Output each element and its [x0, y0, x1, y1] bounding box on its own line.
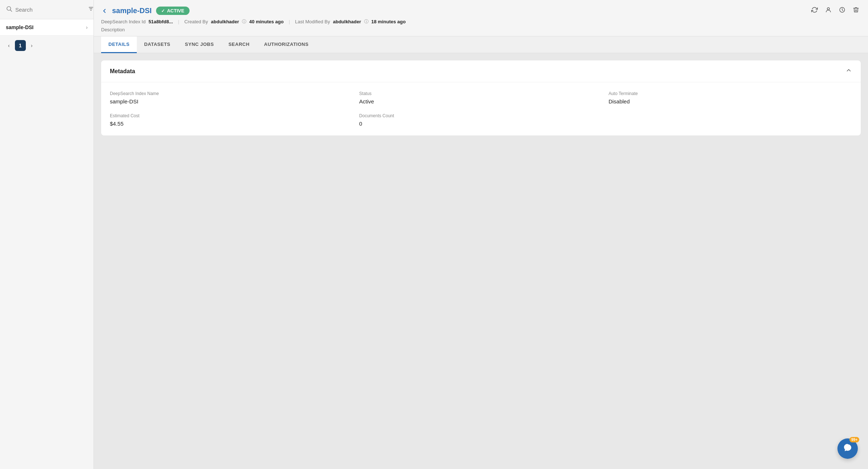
- header-actions: [810, 5, 861, 16]
- estimated-cost-label: Estimated Cost: [110, 113, 353, 118]
- sidebar-search-bar: [0, 0, 93, 19]
- header-left: sample-DSI ✓ ACTIVE: [101, 7, 190, 15]
- sidebar-item-label: sample-DSI: [6, 24, 33, 30]
- status-label: ACTIVE: [167, 8, 184, 13]
- current-page: 1: [15, 40, 26, 51]
- header-top: sample-DSI ✓ ACTIVE: [101, 5, 861, 16]
- index-id-label: DeepSearch Index Id: [101, 19, 146, 24]
- search-input[interactable]: [15, 7, 84, 13]
- user-icon-button[interactable]: [824, 5, 833, 16]
- tab-search[interactable]: SEARCH: [221, 36, 257, 53]
- auto-terminate-label: Auto Terminate: [609, 91, 852, 96]
- field-auto-terminate: Auto Terminate Disabled: [609, 91, 852, 105]
- back-button[interactable]: [101, 8, 108, 14]
- documents-count-label: Documents Count: [359, 113, 602, 118]
- sidebar-item-sample-dsi[interactable]: sample-DSI ›: [0, 19, 93, 36]
- tabs-bar: DETAILS DATASETS SYNC JOBS SEARCH AUTHOR…: [94, 36, 868, 53]
- field-documents-count: Documents Count 0: [359, 113, 602, 127]
- index-id-value: 51a8bfd8...: [148, 19, 173, 24]
- meta-separator-2: |: [289, 19, 290, 24]
- last-modified-time: 18 minutes ago: [371, 19, 406, 24]
- pagination-prev-button[interactable]: ‹: [6, 41, 12, 50]
- created-by-value: abdulkhader: [211, 19, 239, 24]
- estimated-cost-value: $4.55: [110, 121, 353, 127]
- documents-count-value: 0: [359, 121, 602, 127]
- header-meta: DeepSearch Index Id 51a8bfd8... | Create…: [101, 19, 861, 27]
- metadata-grid: DeepSearch Index Name sample-DSI Status …: [110, 91, 852, 127]
- pagination-next-button[interactable]: ›: [29, 41, 35, 50]
- card-body: DeepSearch Index Name sample-DSI Status …: [101, 82, 861, 135]
- chat-icon: [843, 443, 852, 454]
- svg-point-5: [827, 8, 829, 10]
- filter-button[interactable]: [87, 5, 95, 14]
- status-label: Status: [359, 91, 602, 96]
- main-content: sample-DSI ✓ ACTIVE: [94, 0, 868, 469]
- chevron-right-icon: ›: [86, 24, 88, 30]
- status-check-icon: ✓: [161, 8, 165, 13]
- history-button[interactable]: [837, 5, 847, 16]
- modified-info-icon: ⓘ: [364, 19, 369, 25]
- sync-button[interactable]: [810, 5, 819, 16]
- card-header: Metadata: [101, 60, 861, 82]
- field-index-name: DeepSearch Index Name sample-DSI: [110, 91, 353, 105]
- index-name-label: DeepSearch Index Name: [110, 91, 353, 96]
- meta-separator-1: |: [178, 19, 179, 24]
- tab-datasets[interactable]: DATASETS: [137, 36, 178, 53]
- last-modified-value: abdulkhader: [333, 19, 361, 24]
- created-time: 40 minutes ago: [249, 19, 284, 24]
- chat-fab-button[interactable]: 99+: [837, 438, 858, 459]
- last-modified-label: Last Modified By: [295, 19, 330, 24]
- header: sample-DSI ✓ ACTIVE: [94, 0, 868, 36]
- delete-button[interactable]: [851, 5, 861, 16]
- description-label: Description: [101, 27, 861, 36]
- sidebar-pagination: ‹ 1 ›: [0, 36, 93, 55]
- content-area: Metadata DeepSearch Index Name sample-DS…: [94, 53, 868, 469]
- tab-details[interactable]: DETAILS: [101, 36, 137, 53]
- sidebar: sample-DSI › ‹ 1 ›: [0, 0, 94, 469]
- status-badge: ✓ ACTIVE: [156, 7, 190, 15]
- metadata-card: Metadata DeepSearch Index Name sample-DS…: [101, 60, 861, 135]
- collapse-button[interactable]: [845, 67, 852, 75]
- tab-authorizations[interactable]: AUTHORIZATIONS: [257, 36, 316, 53]
- field-status: Status Active: [359, 91, 602, 105]
- page-title: sample-DSI: [112, 7, 152, 15]
- svg-line-1: [10, 10, 12, 11]
- status-value: Active: [359, 98, 602, 105]
- tab-sync-jobs[interactable]: SYNC JOBS: [178, 36, 221, 53]
- index-name-value: sample-DSI: [110, 98, 353, 105]
- chat-badge: 99+: [849, 437, 859, 442]
- created-info-icon: ⓘ: [242, 19, 246, 25]
- auto-terminate-value: Disabled: [609, 98, 852, 105]
- search-icon: [6, 5, 12, 14]
- card-title: Metadata: [110, 68, 135, 75]
- created-by-label: Created By: [184, 19, 208, 24]
- field-estimated-cost: Estimated Cost $4.55: [110, 113, 353, 127]
